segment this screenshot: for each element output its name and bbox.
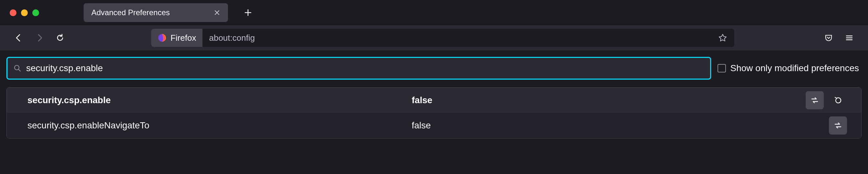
about-config-content: Show only modified preferences security.…: [0, 51, 868, 145]
titlebar: Advanced Preferences: [0, 0, 868, 25]
identity-label: Firefox: [170, 33, 196, 43]
show-modified-checkbox-wrap[interactable]: Show only modified preferences: [717, 63, 862, 74]
prefs-table: security.csp.enable false security.csp.e…: [6, 87, 862, 138]
url-text: about:config: [203, 33, 716, 43]
pref-value: false: [412, 95, 806, 106]
show-modified-checkbox[interactable]: [717, 64, 726, 72]
tab-close-button[interactable]: [212, 7, 222, 18]
forward-button[interactable]: [30, 29, 49, 47]
browser-tab[interactable]: Advanced Preferences: [84, 3, 228, 22]
show-modified-label: Show only modified preferences: [731, 63, 859, 74]
back-button[interactable]: [10, 29, 28, 47]
pref-actions: [806, 91, 847, 109]
toggle-icon: [833, 121, 843, 130]
toggle-icon: [810, 95, 819, 105]
search-row: Show only modified preferences: [6, 57, 862, 80]
tab-title: Advanced Preferences: [91, 8, 170, 17]
pref-name: security.csp.enable: [27, 95, 412, 106]
pref-row[interactable]: security.csp.enableNavigateTo false: [7, 113, 861, 138]
reset-button[interactable]: [829, 91, 847, 109]
window-minimize-button[interactable]: [21, 9, 28, 16]
search-input[interactable]: [26, 63, 704, 74]
search-box[interactable]: [6, 57, 711, 80]
pref-name: security.csp.enableNavigateTo: [27, 120, 412, 130]
new-tab-button[interactable]: [240, 5, 256, 20]
pref-value: false: [412, 120, 829, 130]
reload-button[interactable]: [51, 29, 69, 47]
firefox-logo-icon: [158, 33, 166, 42]
pocket-button[interactable]: [819, 29, 838, 47]
app-menu-button[interactable]: [840, 29, 858, 47]
pref-actions: [829, 116, 847, 135]
search-icon: [13, 64, 22, 72]
pref-row[interactable]: security.csp.enable false: [7, 88, 861, 113]
url-bar[interactable]: Firefox about:config: [151, 29, 734, 47]
toggle-button[interactable]: [806, 91, 824, 109]
bookmark-star-icon[interactable]: [716, 31, 730, 45]
toggle-button[interactable]: [829, 116, 847, 135]
window-controls: [10, 9, 39, 16]
identity-box[interactable]: Firefox: [151, 29, 203, 47]
window-close-button[interactable]: [10, 9, 17, 16]
reset-icon: [833, 95, 843, 105]
window-maximize-button[interactable]: [32, 9, 39, 16]
navigation-toolbar: Firefox about:config: [0, 25, 868, 51]
